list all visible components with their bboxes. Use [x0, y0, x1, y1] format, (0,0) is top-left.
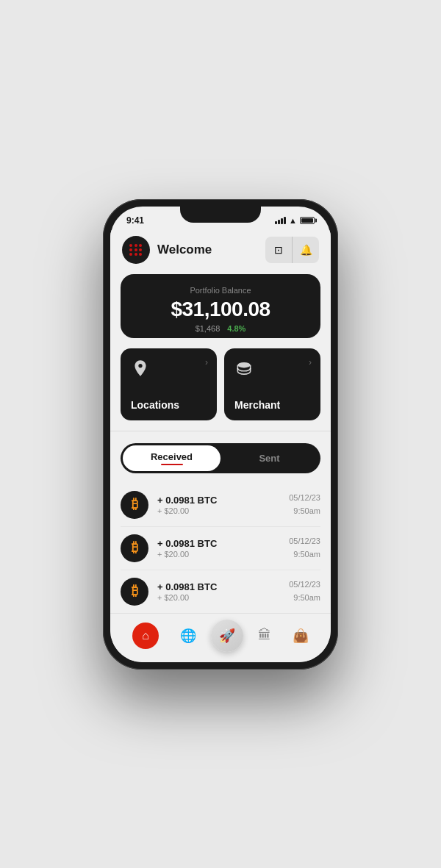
nav-home-button[interactable]: ⌂ — [126, 620, 165, 652]
tx-details-3: + 0.0981 BTC + $20.00 — [157, 581, 280, 602]
transaction-item: ₿ + 0.0981 BTC + $20.00 05/12/23 9:50am — [121, 570, 320, 613]
tab-received[interactable]: Received — [123, 445, 220, 471]
notch — [180, 207, 261, 223]
main-content: Welcome ⊡ 🔔 Portfolio Balance $31,100.08… — [110, 230, 331, 613]
btc-icon-1: ₿ — [121, 491, 148, 519]
home-icon: ⌂ — [132, 623, 159, 649]
globe-icon: 🌐 — [180, 628, 196, 644]
merchant-chevron: › — [309, 357, 312, 367]
portfolio-card: Portfolio Balance $31,100.08 $1,468 4.8% — [121, 274, 320, 339]
signal-icon — [275, 217, 286, 224]
status-time: 9:41 — [126, 215, 144, 226]
tx-details-1: + 0.0981 BTC + $20.00 — [157, 495, 280, 515]
bell-button[interactable]: 🔔 — [293, 237, 319, 263]
tx-time-1: 05/12/23 9:50am — [289, 492, 320, 517]
tx-amount-3: + 0.0981 BTC — [157, 581, 280, 592]
btc-icon-3: ₿ — [121, 578, 148, 606]
tx-fiat-2: + $20.00 — [157, 550, 280, 559]
nav-wallet-button[interactable]: 👜 — [287, 625, 315, 647]
bank-icon: 🏛 — [258, 628, 271, 643]
tx-time-3: 05/12/23 9:50am — [289, 578, 320, 604]
locations-label: Locations — [131, 399, 179, 411]
tx-fiat-3: + $20.00 — [157, 593, 280, 602]
portfolio-amount: $31,100.08 — [134, 298, 307, 321]
svg-point-0 — [237, 362, 250, 368]
logo-dots — [129, 244, 143, 256]
portfolio-change-amount: $1,468 — [196, 324, 220, 333]
nav-bank-button[interactable]: 🏛 — [252, 625, 277, 646]
portfolio-label: Portfolio Balance — [134, 286, 307, 295]
portfolio-stats: $1,468 4.8% — [134, 324, 307, 333]
transaction-item: ₿ + 0.0981 BTC + $20.00 05/12/23 9:50am — [121, 484, 320, 527]
tx-amount-1: + 0.0981 BTC — [157, 495, 280, 506]
app-header: Welcome ⊡ 🔔 — [110, 230, 331, 271]
bottom-nav: ⌂ 🌐 🚀 🏛 👜 — [110, 613, 331, 662]
tx-time-2: 05/12/23 9:50am — [289, 535, 320, 561]
tab-underline — [161, 464, 183, 465]
tx-details-2: + 0.0981 BTC + $20.00 — [157, 538, 280, 559]
status-icons: ▲ — [275, 216, 315, 225]
merchant-icon — [234, 359, 310, 382]
portfolio-change-percent: 4.8% — [227, 324, 245, 333]
scan-button[interactable]: ⊡ — [265, 237, 292, 263]
phone-screen: 9:41 ▲ — [110, 207, 331, 662]
wallet-icon: 👜 — [293, 628, 309, 644]
welcome-label: Welcome — [157, 243, 212, 257]
transaction-list: ₿ + 0.0981 BTC + $20.00 05/12/23 9:50am … — [121, 484, 320, 613]
app-logo — [122, 236, 150, 264]
tab-sent[interactable]: Sent — [220, 445, 318, 471]
nav-globe-button[interactable]: 🌐 — [174, 625, 202, 647]
transactions-section: Received Sent ₿ + 0.0981 BTC + $20.00 — [110, 434, 331, 613]
btc-icon-2: ₿ — [121, 534, 148, 562]
tab-switcher: Received Sent — [121, 443, 320, 473]
merchant-card[interactable]: › Merchant — [224, 348, 320, 420]
header-right: ⊡ 🔔 — [265, 237, 319, 263]
transaction-item: ₿ + 0.0981 BTC + $20.00 05/12/23 9:50am — [121, 527, 320, 570]
tx-amount-2: + 0.0981 BTC — [157, 538, 280, 549]
locations-icon — [131, 359, 207, 382]
rocket-icon: 🚀 — [219, 628, 235, 644]
merchant-label: Merchant — [234, 399, 280, 411]
battery-icon — [300, 217, 315, 224]
quick-actions-grid: › Locations › — [110, 345, 331, 428]
locations-chevron: › — [205, 357, 208, 367]
phone-frame: 9:41 ▲ — [103, 199, 338, 670]
nav-rocket-button[interactable]: 🚀 — [211, 620, 243, 652]
locations-card[interactable]: › Locations — [121, 348, 217, 420]
header-left: Welcome — [122, 236, 212, 264]
wifi-icon: ▲ — [289, 216, 297, 225]
tx-fiat-1: + $20.00 — [157, 506, 280, 515]
